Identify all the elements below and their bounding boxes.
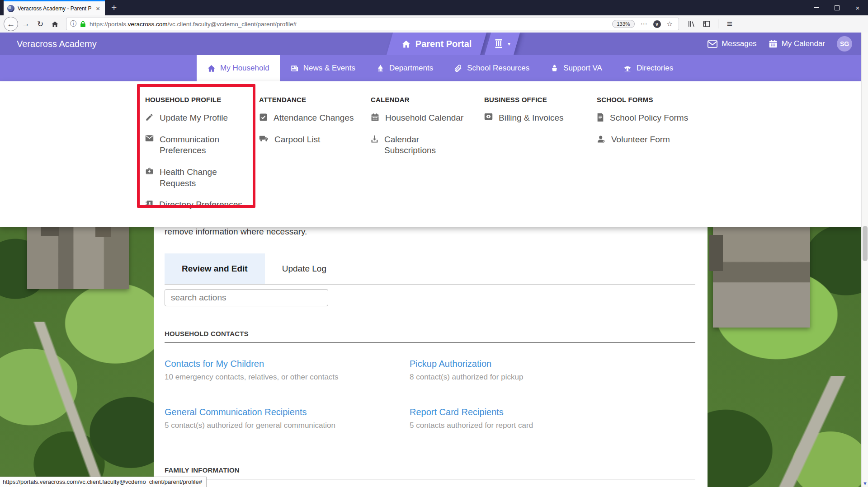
nav-news-events[interactable]: News & Events xyxy=(280,55,366,81)
nav-school-resources[interactable]: School Resources xyxy=(443,55,540,81)
url-prefix: https://portals. xyxy=(90,21,128,28)
menu-item-directory-preferences[interactable]: Directory Preferences xyxy=(145,199,247,211)
menu-item-label: Billing & Invoices xyxy=(499,112,564,124)
sidebar-icon xyxy=(703,20,711,28)
user-avatar[interactable]: SG xyxy=(837,36,852,52)
nav-departments[interactable]: Departments xyxy=(366,55,443,81)
library-icon xyxy=(687,20,695,28)
menu-item-calendar-subscriptions[interactable]: Calendar Subscriptions xyxy=(371,134,468,156)
messages-button[interactable]: Messages xyxy=(708,39,756,48)
browser-tab-bar: Veracross Academy - Parent Po × + × xyxy=(0,0,868,15)
list-item: Pickup Authorization 8 contact(s) author… xyxy=(410,359,695,382)
scroll-down-arrow[interactable]: ▼ xyxy=(862,481,868,486)
url-bar[interactable]: ⓘ https://portals.veracross.com/vc.clien… xyxy=(66,18,679,30)
page-actions-icon[interactable]: ⋯ xyxy=(638,20,650,28)
url-domain: veracross.com xyxy=(128,21,168,28)
menu-item-update-my-profile[interactable]: Update My Profile xyxy=(145,112,247,124)
reload-button[interactable]: ↻ xyxy=(33,17,47,31)
menu-item-label: Communication Preferences xyxy=(160,134,247,156)
envelope-icon xyxy=(708,40,717,48)
link-general-communication-recipients[interactable]: General Communication Recipients xyxy=(165,407,410,417)
section-family-information: FAMILY INFORMATION xyxy=(165,466,695,479)
browser-window: Veracross Academy - Parent Po × + × ← → … xyxy=(0,0,868,487)
pencil-icon xyxy=(145,113,154,122)
new-tab-button[interactable]: + xyxy=(105,0,123,15)
tab-title: Veracross Academy - Parent Po xyxy=(18,5,91,12)
download-icon xyxy=(371,135,378,143)
menu-item-attendance-changes[interactable]: Attendance Changes xyxy=(259,112,356,124)
status-bar-url: https://portals.veracross.com/vc.client.… xyxy=(0,477,207,487)
tab-close-icon[interactable]: × xyxy=(94,4,101,13)
link-contacts-for-my-children[interactable]: Contacts for My Children xyxy=(165,359,410,369)
portal-nav: My Household News & Events Departments S… xyxy=(0,55,861,81)
menu-item-communication-preferences[interactable]: Communication Preferences xyxy=(145,134,247,156)
tab-update-log[interactable]: Update Log xyxy=(265,253,344,284)
medical-bag-icon xyxy=(145,167,154,175)
portal-banner: Parent Portal ▾ xyxy=(390,33,517,55)
scrollbar-thumb[interactable] xyxy=(863,226,868,261)
back-button[interactable]: ← xyxy=(4,17,18,31)
url-text[interactable]: https://portals.veracross.com/vc.client.… xyxy=(90,21,609,28)
tab-review-and-edit[interactable]: Review and Edit xyxy=(165,253,265,284)
menu-button[interactable]: ≡ xyxy=(723,17,736,31)
link-description: 5 contacts authorized for report card xyxy=(410,421,695,430)
menu-item-carpool-list[interactable]: Carpool List xyxy=(259,134,356,145)
link-report-card-recipients[interactable]: Report Card Recipients xyxy=(410,407,695,417)
school-name[interactable]: Veracross Academy xyxy=(17,39,97,49)
link-pickup-authorization[interactable]: Pickup Authorization xyxy=(410,359,695,369)
window-controls: × xyxy=(806,0,868,15)
menu-item-label: Household Calendar xyxy=(385,112,463,124)
menu-item-billing-invoices[interactable]: Billing & Invoices xyxy=(484,112,575,124)
menu-column-school-forms: SCHOOL FORMS School Policy Forms Volunte… xyxy=(597,96,694,155)
zoom-level-badge[interactable]: 133% xyxy=(612,20,634,28)
calendar-icon xyxy=(371,113,379,122)
nav-my-household[interactable]: My Household xyxy=(197,55,280,81)
minimize-button[interactable] xyxy=(806,0,826,15)
home-icon xyxy=(51,20,59,28)
search-actions-input[interactable] xyxy=(165,289,328,306)
support-icon xyxy=(550,64,559,73)
column-logo-icon xyxy=(494,39,503,49)
restore-button[interactable] xyxy=(826,0,847,15)
nav-label: School Resources xyxy=(467,64,529,73)
sidebar-button[interactable] xyxy=(700,17,713,31)
newspaper-icon xyxy=(290,64,299,73)
portal-switcher[interactable]: ▾ xyxy=(485,33,520,55)
document-icon xyxy=(597,113,604,122)
page-scrollbar[interactable]: ▼ xyxy=(861,33,868,487)
home-button[interactable] xyxy=(48,17,61,31)
menu-item-health-change-requests[interactable]: Health Change Requests xyxy=(145,167,247,189)
my-calendar-label: My Calendar xyxy=(782,39,825,48)
menu-item-school-policy-forms[interactable]: School Policy Forms xyxy=(597,112,694,124)
page-info-icon[interactable]: ⓘ xyxy=(70,20,76,28)
forward-button[interactable]: → xyxy=(19,17,33,31)
nav-directories[interactable]: Directories xyxy=(613,55,684,81)
intro-text: remove information where necessary. xyxy=(165,227,695,237)
menu-column-title: SCHOOL FORMS xyxy=(597,96,694,103)
menu-item-household-calendar[interactable]: Household Calendar xyxy=(371,112,468,124)
bookmark-star-icon[interactable]: ☆ xyxy=(665,20,675,28)
invoice-icon xyxy=(484,113,493,120)
phone-icon xyxy=(623,64,632,73)
menu-item-label: Carpool List xyxy=(274,134,320,145)
section-household-contacts: HOUSEHOLD CONTACTS xyxy=(165,330,695,343)
site-favicon xyxy=(7,5,14,12)
menu-item-volunteer-form[interactable]: Volunteer Form xyxy=(597,134,694,145)
nav-support-va[interactable]: Support VA xyxy=(540,55,613,81)
list-item: General Communication Recipients 5 conta… xyxy=(165,407,410,430)
my-calendar-button[interactable]: My Calendar xyxy=(769,39,825,48)
menu-column-calendar: CALENDAR Household Calendar Calendar Sub… xyxy=(371,96,468,167)
pocket-icon[interactable]: v xyxy=(653,20,661,28)
link-description: 10 emergency contacts, relatives, or oth… xyxy=(165,373,410,382)
library-button[interactable] xyxy=(684,17,698,31)
link-description: 8 contact(s) authorized for pickup xyxy=(410,373,695,382)
close-button[interactable]: × xyxy=(847,0,868,15)
page-viewport: Veracross Academy Parent Portal ▾ xyxy=(0,33,868,487)
browser-tab[interactable]: Veracross Academy - Parent Po × xyxy=(4,0,105,15)
bus-icon xyxy=(259,135,269,142)
home-icon xyxy=(401,39,411,49)
menu-column-household-profile: HOUSEHOLD PROFILE Update My Profile Comm… xyxy=(145,96,247,221)
list-item: Report Card Recipients 5 contacts author… xyxy=(410,407,695,430)
toolbar-right: ≡ xyxy=(684,17,736,31)
portal-title-banner[interactable]: Parent Portal xyxy=(387,33,487,55)
